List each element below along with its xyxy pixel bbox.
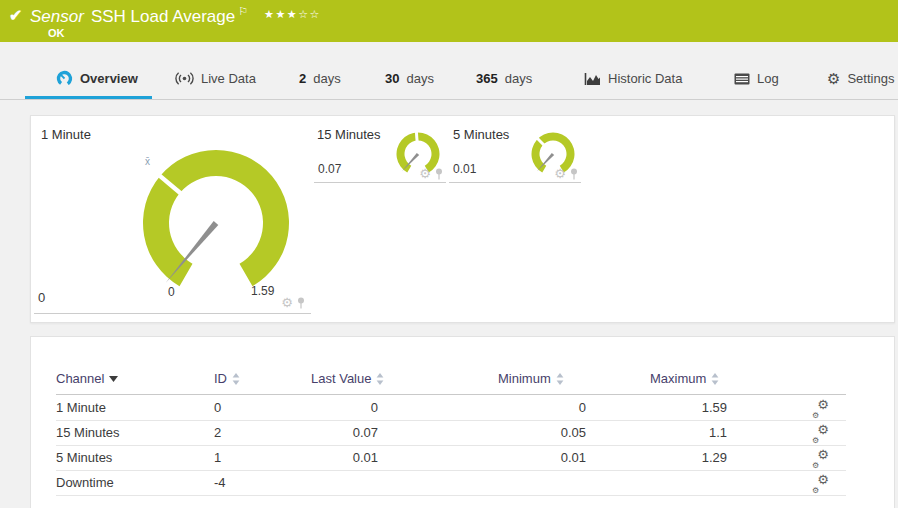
tab-2-days-label: days [313, 71, 340, 86]
channel-settings-gears-icon[interactable]: ⚙⚙ [812, 475, 829, 500]
tab-settings-label: Settings [847, 71, 894, 86]
gauge-value-1-minute: 0 [38, 290, 45, 305]
channel-last-value: 0.01 [286, 445, 378, 470]
gauge-1-minute [131, 143, 301, 303]
tab-historic-data[interactable]: Historic Data [584, 58, 682, 99]
channel-id: 1 [214, 445, 221, 470]
column-header-channel[interactable]: Channel [56, 371, 118, 386]
sensor-status-bar: ✔ SensorSSH Load Average⚐★★★☆☆ OK [0, 0, 898, 42]
table-row: Downtime -4 ⚙⚙ [56, 470, 846, 496]
broadcast-icon [175, 71, 194, 86]
sensor-kind-label: Sensor [30, 7, 84, 26]
channel-name[interactable]: Downtime [56, 470, 114, 495]
tab-live-data-label: Live Data [201, 71, 256, 86]
gauge-panel-1-minute[interactable]: 1 Minute x̄ 0 1.59 0 ⚙ [34, 116, 311, 314]
sort-arrows-icon [232, 373, 240, 385]
tab-log[interactable]: Log [734, 58, 779, 99]
flag-icon[interactable]: ⚐ [238, 5, 248, 17]
gauge-value-5-minutes: 0.01 [453, 162, 476, 176]
channel-name[interactable]: 5 Minutes [56, 445, 112, 470]
channel-id: 2 [214, 420, 221, 445]
tab-log-label: Log [757, 71, 779, 86]
channel-minimum: 0.01 [496, 445, 586, 470]
sort-arrows-icon [556, 373, 564, 385]
channel-id: -4 [214, 470, 226, 495]
sort-arrows-icon [376, 373, 384, 385]
gauge-panel-5-minutes[interactable]: 5 Minutes 0.01 ⚙ [449, 116, 581, 183]
gauge-scale-max: 1.59 [251, 284, 274, 298]
ok-check-icon: ✔ [9, 6, 22, 25]
sensor-name: SSH Load Average [91, 7, 235, 26]
gauge-panel-actions: ⚙ [554, 167, 578, 180]
channel-name[interactable]: 1 Minute [56, 395, 106, 420]
gauge-value-15-minutes: 0.07 [318, 162, 341, 176]
column-header-minimum[interactable]: Minimum [498, 371, 564, 386]
channels-table-panel: Channel ID Last Value Minimum Maximum [30, 336, 895, 508]
column-header-last-value[interactable]: Last Value [311, 371, 384, 386]
tab-2-days[interactable]: 2 days [299, 58, 341, 99]
pin-icon[interactable] [297, 297, 305, 309]
channel-last-value: 0 [286, 395, 378, 420]
log-list-icon [734, 73, 750, 85]
channel-name[interactable]: 15 Minutes [56, 420, 120, 445]
channel-maximum: 1.1 [641, 420, 727, 445]
priority-stars[interactable]: ★★★☆☆ [264, 8, 321, 20]
tab-365-days-label: days [505, 71, 532, 86]
channel-maximum: 1.59 [641, 395, 727, 420]
tab-overview[interactable]: Overview [56, 58, 138, 99]
tab-30-days-label: days [406, 71, 433, 86]
table-row: 5 Minutes 1 0.01 0.01 1.29 ⚙⚙ [56, 445, 846, 471]
channel-settings-gear-icon[interactable]: ⚙ [281, 296, 293, 309]
table-row: 1 Minute 0 0 0 1.59 ⚙⚙ [56, 395, 846, 421]
gauge-panel-actions: ⚙ [419, 167, 443, 180]
tab-2-days-number: 2 [299, 71, 306, 86]
active-tab-underline [25, 96, 152, 99]
tab-bar: Overview Live Data 2 days 30 days 365 da… [0, 58, 898, 100]
channel-settings-gear-icon[interactable]: ⚙ [554, 167, 566, 180]
gauge-panel-15-minutes[interactable]: 15 Minutes 0.07 ⚙ [314, 116, 446, 183]
channel-minimum: 0.05 [496, 420, 586, 445]
gauge-title-1-minute: 1 Minute [41, 127, 91, 142]
column-header-id[interactable]: ID [214, 371, 240, 386]
tab-live-data[interactable]: Live Data [175, 58, 256, 99]
sort-arrows-icon [711, 373, 719, 385]
gauge-panel-actions: ⚙ [281, 296, 305, 309]
channel-settings-gear-icon[interactable]: ⚙ [419, 167, 431, 180]
channel-id: 0 [214, 395, 221, 420]
area-chart-icon [584, 72, 601, 86]
channel-last-value: 0.07 [286, 420, 378, 445]
gauges-panel: 1 Minute x̄ 0 1.59 0 ⚙ 15 Minutes [30, 115, 895, 323]
tab-30-days[interactable]: 30 days [385, 58, 434, 99]
tab-365-days-number: 365 [476, 71, 498, 86]
pin-icon[interactable] [435, 168, 443, 180]
tab-365-days[interactable]: 365 days [476, 58, 532, 99]
gauge-title-5-minutes: 5 Minutes [453, 127, 509, 142]
tab-30-days-number: 30 [385, 71, 399, 86]
channel-maximum: 1.29 [641, 445, 727, 470]
gauge-title-15-minutes: 15 Minutes [317, 127, 381, 142]
gauge-scale-min: 0 [168, 285, 175, 299]
column-header-maximum[interactable]: Maximum [650, 371, 719, 386]
table-header-row: Channel ID Last Value Minimum Maximum [56, 371, 846, 395]
gear-icon: ⚙ [827, 71, 840, 86]
tab-overview-label: Overview [80, 71, 138, 86]
tab-settings[interactable]: ⚙ Settings [827, 58, 894, 99]
average-marker-label: x̄ [145, 156, 150, 167]
tab-historic-data-label: Historic Data [608, 71, 682, 86]
gauge-icon [56, 70, 73, 87]
sensor-title: SensorSSH Load Average⚐★★★☆☆ [30, 5, 321, 27]
channel-minimum: 0 [496, 395, 586, 420]
status-badge: OK [48, 27, 65, 39]
pin-icon[interactable] [570, 168, 578, 180]
table-row: 15 Minutes 2 0.07 0.05 1.1 ⚙⚙ [56, 420, 846, 446]
sort-caret-down-icon [109, 376, 118, 382]
